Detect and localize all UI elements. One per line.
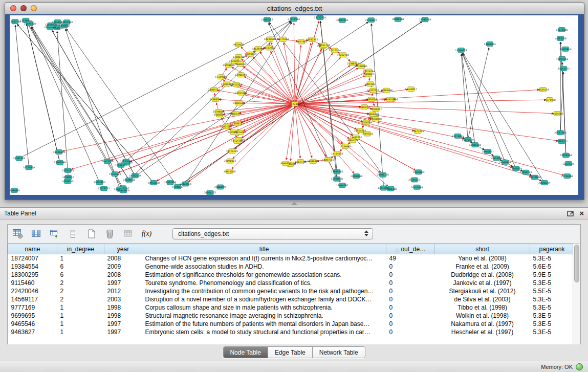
- column-header-short[interactable]: short: [435, 244, 530, 254]
- table-cell[interactable]: Wolkin et al. (1998): [435, 312, 530, 320]
- table-cell[interactable]: 1997: [104, 328, 142, 336]
- table-cell[interactable]: 19384554: [8, 262, 57, 271]
- column-header-in-degree[interactable]: in_degree: [57, 244, 104, 254]
- table-cell[interactable]: 1998: [104, 303, 142, 312]
- table-row[interactable]: 946554611997Estimation of the future num…: [8, 320, 574, 328]
- table-cell[interactable]: 0: [386, 312, 435, 320]
- column-header-name[interactable]: name: [8, 244, 57, 254]
- table-cell[interactable]: 9465546: [8, 320, 57, 328]
- table-cell[interactable]: Investigating the contribution of common…: [142, 287, 386, 295]
- table-cell[interactable]: 5.3E-5: [530, 303, 574, 312]
- table-cell[interactable]: 5.6E-5: [530, 262, 574, 271]
- network-window-titlebar[interactable]: citations_edges.txt: [5, 3, 584, 14]
- table-cell[interactable]: 5.3E-5: [530, 279, 574, 287]
- table-cell[interactable]: 22420046: [8, 287, 57, 295]
- table-cell[interactable]: 6: [57, 271, 104, 279]
- table-cell[interactable]: 5.3E-5: [530, 295, 574, 303]
- table-cell[interactable]: 2003: [104, 295, 142, 303]
- table-cell[interactable]: 1: [57, 320, 104, 328]
- table-cell[interactable]: Hescheler et al. (1997): [435, 328, 530, 336]
- tab-edge-table[interactable]: Edge Table: [268, 347, 312, 358]
- table-cell[interactable]: Disruption of a novel member of a sodium…: [142, 295, 386, 303]
- table-cell[interactable]: Changes of HCN gene expression and I(f) …: [142, 254, 386, 263]
- table-row[interactable]: 911546021997Tourette syndrome. Phenomeno…: [8, 279, 574, 287]
- function-builder-button[interactable]: f(x): [140, 227, 154, 241]
- zoom-window-button[interactable]: [31, 5, 37, 11]
- column-header-pagerank[interactable]: pagerank: [530, 244, 574, 254]
- table-cell[interactable]: 1: [57, 254, 104, 263]
- table-cell[interactable]: 2: [57, 279, 104, 287]
- close-window-button[interactable]: [10, 5, 16, 11]
- table-row[interactable]: 946362711997Embryonic stem cells: a mode…: [8, 328, 574, 336]
- table-cell[interactable]: 0: [386, 271, 435, 279]
- table-cell[interactable]: 9699695: [8, 312, 57, 320]
- table-cell[interactable]: 1: [57, 312, 104, 320]
- table-cell[interactable]: Jankovic et al. (1997): [435, 279, 530, 287]
- table-cell[interactable]: Dudbridge et al. (2008): [435, 271, 530, 279]
- table-cell[interactable]: 5.9E-5: [530, 271, 574, 279]
- row-editor-button[interactable]: [66, 227, 80, 241]
- table-cell[interactable]: 9115460: [8, 279, 57, 287]
- table-row[interactable]: 1830029562008Estimation of significance …: [8, 271, 574, 279]
- table-cell[interactable]: 9463627: [8, 328, 57, 336]
- table-cell[interactable]: 6: [57, 262, 104, 271]
- tab-node-table[interactable]: Node Table: [223, 347, 268, 358]
- table-cell[interactable]: Estimation of the future numbers of pati…: [142, 320, 386, 328]
- close-panel-icon[interactable]: ×: [579, 210, 584, 217]
- table-row[interactable]: 1456911722003Disruption of a novel membe…: [8, 295, 574, 303]
- table-cell[interactable]: 1: [57, 328, 104, 336]
- table-cell[interactable]: 0: [386, 295, 435, 303]
- table-cell[interactable]: 0: [386, 328, 435, 336]
- table-cell[interactable]: 0: [386, 303, 435, 312]
- table-cell[interactable]: 5.3E-5: [530, 328, 574, 336]
- table-cell[interactable]: Embryonic stem cells: a model to study s…: [142, 328, 386, 336]
- table-scrollbar[interactable]: [573, 244, 580, 344]
- table-row[interactable]: 977716911998Corpus callosum shape and si…: [8, 303, 574, 312]
- table-cell[interactable]: Tibbo et al. (1998): [435, 303, 530, 312]
- table-cell[interactable]: Nakamura et al. (1997): [435, 320, 530, 328]
- table-cell[interactable]: Stergiakouli et al. (2012): [435, 287, 530, 295]
- table-cell[interactable]: 0: [386, 279, 435, 287]
- table-row[interactable]: 1938455462009Genome-wide association stu…: [8, 262, 574, 271]
- table-cell[interactable]: Yano et al. (2008): [435, 254, 530, 263]
- table-cell[interactable]: 0: [386, 320, 435, 328]
- new-document-button[interactable]: [84, 227, 98, 241]
- scrollbar-thumb[interactable]: [574, 245, 579, 282]
- panel-splitter[interactable]: [0, 200, 588, 207]
- network-canvas[interactable]: 1724016244329231961811260100224448855257…: [10, 15, 578, 195]
- float-panel-icon[interactable]: [567, 210, 574, 216]
- column-header-title[interactable]: title: [142, 244, 386, 254]
- table-cell[interactable]: de Silva et al. (2003): [435, 295, 530, 303]
- table-cell[interactable]: Tourette syndrome. Phenomenology and cla…: [142, 279, 386, 287]
- delete-rows-button[interactable]: [103, 227, 117, 241]
- table-cell[interactable]: 1: [57, 303, 104, 312]
- table-cell[interactable]: Structural magnetic resonance image aver…: [142, 312, 386, 320]
- column-header-out-degree[interactable]: △out_de…: [386, 244, 435, 254]
- table-cell[interactable]: 0: [386, 287, 435, 295]
- table-cell[interactable]: 1997: [104, 279, 142, 287]
- column-header-year[interactable]: year: [104, 244, 142, 254]
- memory-status-indicator[interactable]: [576, 363, 583, 370]
- table-cell[interactable]: 18300295: [8, 271, 57, 279]
- table-cell[interactable]: 5.3E-5: [530, 254, 574, 263]
- table-settings-button[interactable]: [11, 227, 25, 241]
- table-cell[interactable]: 2008: [104, 254, 142, 263]
- table-cell[interactable]: Estimation of significance thresholds fo…: [142, 271, 386, 279]
- table-row[interactable]: 2242004622012Investigating the contribut…: [8, 287, 574, 295]
- table-cell[interactable]: 2009: [104, 262, 142, 271]
- table-cell[interactable]: 1998: [104, 312, 142, 320]
- import-table-button[interactable]: [48, 227, 61, 241]
- table-cell[interactable]: Genome-wide association studies in ADHD.: [142, 262, 386, 271]
- show-columns-button[interactable]: [29, 227, 43, 241]
- table-source-select[interactable]: citations_edges.txt: [172, 228, 373, 239]
- minimize-window-button[interactable]: [20, 5, 27, 11]
- table-cell[interactable]: 9777169: [8, 303, 57, 312]
- tab-network-table[interactable]: Network Table: [312, 347, 365, 358]
- table-cell[interactable]: 18724007: [8, 254, 57, 263]
- table-cell[interactable]: 2: [57, 295, 104, 303]
- table-cell[interactable]: Franke et al. (2009): [435, 262, 530, 271]
- table-cell[interactable]: 5.3E-5: [530, 320, 574, 328]
- table-row[interactable]: 969969511998Structural magnetic resonanc…: [8, 312, 574, 320]
- table-cell[interactable]: 0: [386, 262, 435, 271]
- table-cell[interactable]: Corpus callosum shape and size in male p…: [142, 303, 386, 312]
